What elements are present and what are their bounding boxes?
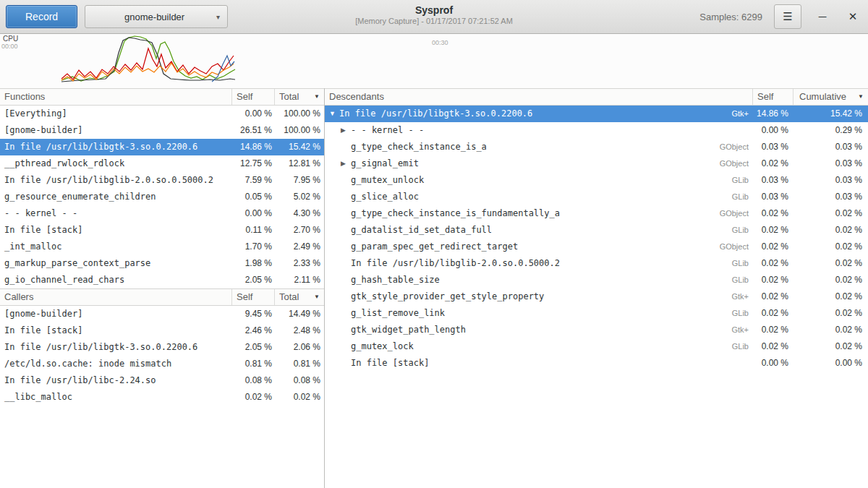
function-name: g_slice_alloc bbox=[351, 189, 419, 205]
function-name: g_param_spec_get_redirect_target bbox=[351, 239, 518, 255]
functions-column-header[interactable]: Functions bbox=[0, 89, 231, 105]
table-row[interactable]: In file /usr/lib/libglib-2.0.so.0.5000.2… bbox=[325, 255, 868, 272]
self-column-header[interactable]: Self bbox=[752, 89, 793, 105]
table-row[interactable]: g_datalist_id_set_data_fullGLib0.02 %0.0… bbox=[325, 222, 868, 239]
function-name: g_list_remove_link bbox=[351, 305, 445, 322]
table-row[interactable]: In file /usr/lib/libgtk-3.so.0.2200.62.0… bbox=[0, 339, 324, 356]
left-panel: Functions Self Total ▼ [Everything]0.00 … bbox=[0, 88, 325, 488]
functions-table-body: [Everything]0.00 %100.00 %[gnome-builder… bbox=[0, 106, 324, 288]
self-percent: 0.08 % bbox=[231, 372, 274, 389]
table-row[interactable]: In file [stack]2.46 %2.48 % bbox=[0, 322, 324, 339]
table-row[interactable]: g_type_check_instance_is_fundamentally_a… bbox=[325, 205, 868, 222]
function-name: g_datalist_id_set_data_full bbox=[351, 222, 492, 239]
table-row[interactable]: - - kernel - -0.00 %4.30 % bbox=[0, 205, 324, 222]
table-row[interactable]: __pthread_rwlock_rdlock12.75 %12.81 % bbox=[0, 155, 324, 172]
table-row[interactable]: g_mutex_lockGLib0.02 %0.02 % bbox=[325, 338, 868, 355]
table-row[interactable]: In file [stack]0.11 %2.70 % bbox=[0, 222, 324, 239]
function-name: g_io_channel_read_chars bbox=[0, 272, 231, 288]
function-name: In file /usr/lib/libgtk-3.so.0.2200.6 bbox=[0, 139, 231, 155]
table-row[interactable]: g_markup_parse_context_parse1.98 %2.33 % bbox=[0, 255, 324, 272]
table-row[interactable]: g_hash_table_sizeGLib0.02 %0.02 % bbox=[325, 272, 868, 288]
table-row[interactable]: g_mutex_unlockGLib0.03 %0.03 % bbox=[325, 172, 868, 189]
total-percent: 2.49 % bbox=[274, 239, 324, 255]
table-row[interactable]: ▼In file /usr/lib/libgtk-3.so.0.2200.6Gt… bbox=[325, 106, 868, 122]
expander-closed-icon[interactable]: ▶ bbox=[341, 155, 351, 172]
total-percent: 0.08 % bbox=[274, 372, 324, 389]
expander-open-icon[interactable]: ▼ bbox=[329, 106, 339, 122]
self-percent: 0.05 % bbox=[231, 189, 274, 205]
cumulative-percent: 0.02 % bbox=[793, 222, 868, 239]
table-row[interactable]: ▶- - kernel - -0.00 %0.29 % bbox=[325, 122, 868, 139]
self-percent: 2.05 % bbox=[231, 339, 274, 356]
cumulative-percent: 15.42 % bbox=[793, 106, 868, 122]
table-row[interactable]: gtk_style_provider_get_style_propertyGtk… bbox=[325, 288, 868, 305]
self-percent: 0.00 % bbox=[752, 122, 793, 139]
table-row[interactable]: gtk_widget_path_lengthGtk+0.02 %0.02 % bbox=[325, 322, 868, 338]
self-percent: 0.03 % bbox=[752, 139, 793, 155]
expander-closed-icon[interactable]: ▶ bbox=[341, 122, 351, 139]
library-tag: GLib bbox=[726, 255, 752, 272]
table-row[interactable]: /etc/ld.so.cache: inode mismatch0.81 %0.… bbox=[0, 356, 324, 372]
descendant-name-cell: g_datalist_id_set_data_fullGLib bbox=[325, 222, 752, 239]
function-name: In file /usr/lib/libgtk-3.so.0.2200.6 bbox=[0, 339, 231, 356]
close-button[interactable]: ✕ bbox=[843, 7, 862, 26]
cumulative-percent: 0.02 % bbox=[793, 305, 868, 322]
descendant-name-cell: g_mutex_lockGLib bbox=[325, 338, 752, 355]
sort-indicator-icon: ▼ bbox=[314, 289, 320, 305]
time-tick-start: 00:00 bbox=[1, 43, 18, 50]
process-selector[interactable]: gnome-builder ▾ bbox=[85, 5, 228, 28]
table-row[interactable]: In file /usr/lib/libgtk-3.so.0.2200.614.… bbox=[0, 139, 324, 155]
table-row[interactable]: g_resource_enumerate_children0.05 %5.02 … bbox=[0, 189, 324, 205]
total-percent: 15.42 % bbox=[274, 139, 324, 155]
callers-column-header[interactable]: Callers bbox=[0, 289, 231, 305]
table-row[interactable]: In file /usr/lib/libglib-2.0.so.0.5000.2… bbox=[0, 172, 324, 189]
total-percent: 2.48 % bbox=[274, 322, 324, 339]
descendant-name-cell: g_list_remove_linkGLib bbox=[325, 305, 752, 322]
table-row[interactable]: [gnome-builder]26.51 %100.00 % bbox=[0, 122, 324, 139]
table-row[interactable]: ▶g_signal_emitGObject0.02 %0.03 % bbox=[325, 155, 868, 172]
headerbar: Record gnome-builder ▾ Sysprof [Memory C… bbox=[0, 0, 868, 34]
minimize-button[interactable]: ─ bbox=[813, 7, 832, 26]
self-column-header[interactable]: Self bbox=[231, 289, 274, 305]
table-row[interactable]: g_list_remove_linkGLib0.02 %0.02 % bbox=[325, 305, 868, 322]
cumulative-column-header[interactable]: Cumulative ▼ bbox=[793, 89, 868, 105]
table-row[interactable]: g_slice_allocGLib0.03 %0.03 % bbox=[325, 189, 868, 205]
cumulative-percent: 0.02 % bbox=[793, 205, 868, 222]
library-tag: GLib bbox=[726, 172, 752, 189]
self-percent: 0.02 % bbox=[752, 205, 793, 222]
descendant-name-cell: g_type_check_instance_is_fundamentally_a… bbox=[325, 205, 752, 222]
sysprof-window: Record gnome-builder ▾ Sysprof [Memory C… bbox=[0, 0, 868, 488]
total-percent: 5.02 % bbox=[274, 189, 324, 205]
table-row[interactable]: g_param_spec_get_redirect_targetGObject0… bbox=[325, 239, 868, 255]
table-row[interactable]: In file [stack]0.00 %0.00 % bbox=[325, 355, 868, 372]
table-row[interactable]: g_type_check_instance_is_aGObject0.03 %0… bbox=[325, 139, 868, 155]
library-tag: Gtk+ bbox=[726, 322, 752, 338]
total-percent: 4.30 % bbox=[274, 205, 324, 222]
record-button[interactable]: Record bbox=[6, 5, 77, 28]
callers-table-body: [gnome-builder]9.45 %14.49 %In file [sta… bbox=[0, 306, 324, 406]
table-row[interactable]: [Everything]0.00 %100.00 % bbox=[0, 106, 324, 122]
chevron-down-icon: ▾ bbox=[216, 13, 220, 21]
self-column-header[interactable]: Self bbox=[231, 89, 274, 105]
library-tag: Gtk+ bbox=[726, 288, 752, 305]
table-row[interactable]: In file /usr/lib/libc-2.24.so0.08 %0.08 … bbox=[0, 372, 324, 389]
self-percent: 0.02 % bbox=[752, 322, 793, 338]
self-percent: 1.98 % bbox=[231, 255, 274, 272]
table-row[interactable]: __libc_malloc0.02 %0.02 % bbox=[0, 389, 324, 406]
total-column-header[interactable]: Total ▼ bbox=[274, 89, 324, 105]
library-tag: GObject bbox=[714, 205, 752, 222]
table-row[interactable]: [gnome-builder]9.45 %14.49 % bbox=[0, 306, 324, 322]
self-percent: 26.51 % bbox=[231, 122, 274, 139]
cpu-timeline-graph[interactable]: CPU 00:00 00:30 bbox=[0, 34, 868, 88]
descendants-column-header[interactable]: Descendants bbox=[325, 89, 752, 105]
descendant-name-cell: ▼In file /usr/lib/libgtk-3.so.0.2200.6Gt… bbox=[325, 106, 752, 122]
function-name: g_resource_enumerate_children bbox=[0, 189, 231, 205]
self-percent: 0.02 % bbox=[231, 389, 274, 406]
total-percent: 14.49 % bbox=[274, 306, 324, 322]
cumulative-percent: 0.03 % bbox=[793, 172, 868, 189]
table-row[interactable]: g_io_channel_read_chars2.05 %2.11 % bbox=[0, 272, 324, 288]
total-column-header[interactable]: Total ▼ bbox=[274, 289, 324, 305]
table-row[interactable]: _int_malloc1.70 %2.49 % bbox=[0, 239, 324, 255]
descendant-name-cell: ▶- - kernel - - bbox=[325, 122, 752, 139]
menu-button[interactable]: ☰ bbox=[774, 4, 801, 29]
